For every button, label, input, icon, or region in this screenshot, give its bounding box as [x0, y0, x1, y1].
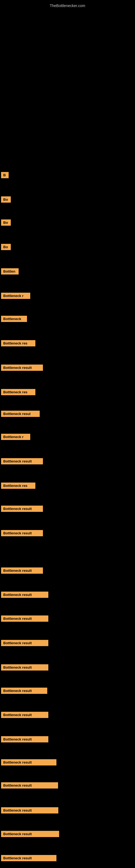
- bottleneck-row-16: Bottleneck result: [0, 529, 43, 537]
- bottleneck-row-29: Bottleneck result: [0, 854, 56, 862]
- bottleneck-label-24: Bottleneck result: [1, 736, 48, 742]
- bottleneck-row-8: Bottleneck res: [0, 339, 35, 347]
- bottleneck-label-1: B: [1, 172, 9, 178]
- bottleneck-label-17: Bottleneck result: [1, 567, 43, 574]
- bottleneck-row-2: Bo: [0, 195, 11, 204]
- bottleneck-row-28: Bottleneck result: [0, 830, 59, 838]
- bottleneck-label-18: Bottleneck result: [1, 592, 48, 598]
- bottleneck-row-1: B: [0, 171, 9, 179]
- bottleneck-row-26: Bottleneck result: [0, 781, 58, 789]
- bottleneck-label-22: Bottleneck result: [1, 688, 47, 694]
- bottleneck-label-5: Bottlen: [1, 268, 18, 275]
- bottleneck-row-5: Bottlen: [0, 267, 18, 276]
- bottleneck-label-26: Bottleneck result: [1, 782, 58, 788]
- bottleneck-row-25: Bottleneck result: [0, 758, 56, 767]
- bottleneck-label-28: Bottleneck result: [1, 831, 59, 837]
- bottleneck-row-24: Bottleneck result: [0, 735, 48, 744]
- bottleneck-label-15: Bottleneck result: [1, 506, 43, 512]
- bottleneck-row-18: Bottleneck result: [0, 590, 48, 599]
- bottleneck-label-3: Bo: [1, 219, 11, 226]
- bottleneck-label-2: Bo: [1, 196, 11, 203]
- bottleneck-row-4: Bo: [0, 243, 11, 251]
- bottleneck-label-21: Bottleneck result: [1, 664, 48, 671]
- bottleneck-label-10: Bottleneck res: [1, 389, 35, 395]
- bottleneck-row-3: Bo: [0, 218, 11, 227]
- bottleneck-row-22: Bottleneck result: [0, 686, 47, 695]
- bottleneck-label-19: Bottleneck result: [1, 616, 48, 622]
- bottleneck-row-6: Bottleneck r: [0, 291, 30, 300]
- bottleneck-label-29: Bottleneck result: [1, 855, 56, 861]
- bottleneck-label-23: Bottleneck result: [1, 712, 48, 718]
- bottleneck-row-21: Bottleneck result: [0, 663, 48, 672]
- bottleneck-row-23: Bottleneck result: [0, 711, 48, 719]
- bottleneck-label-27: Bottleneck result: [1, 807, 58, 813]
- bottleneck-row-27: Bottleneck result: [0, 806, 58, 814]
- site-title: TheBottlenecker.com: [0, 1, 135, 10]
- bottleneck-label-20: Bottleneck result: [1, 640, 48, 646]
- bottleneck-row-12: Bottleneck r: [0, 433, 30, 441]
- bottleneck-row-19: Bottleneck result: [0, 614, 48, 623]
- bottleneck-label-6: Bottleneck r: [1, 293, 30, 299]
- bottleneck-row-13: Bottleneck result: [0, 457, 43, 465]
- bottleneck-label-7: Bottleneck: [1, 316, 27, 322]
- bottleneck-label-8: Bottleneck res: [1, 340, 35, 346]
- bottleneck-row-20: Bottleneck result: [0, 639, 48, 647]
- bottleneck-row-10: Bottleneck res: [0, 388, 35, 396]
- bottleneck-label-11: Bottleneck resul: [1, 411, 40, 417]
- bottleneck-label-4: Bo: [1, 244, 11, 250]
- bottleneck-label-14: Bottleneck res: [1, 483, 35, 489]
- bottleneck-row-11: Bottleneck resul: [0, 410, 40, 418]
- bottleneck-row-15: Bottleneck result: [0, 504, 43, 513]
- bottleneck-label-25: Bottleneck result: [1, 759, 56, 766]
- bottleneck-row-17: Bottleneck result: [0, 566, 43, 575]
- bottleneck-label-9: Bottleneck result: [1, 365, 43, 371]
- bottleneck-row-9: Bottleneck result: [0, 364, 43, 372]
- bottleneck-row-14: Bottleneck res: [0, 482, 35, 490]
- bottleneck-label-16: Bottleneck result: [1, 530, 43, 536]
- bottleneck-label-12: Bottleneck r: [1, 434, 30, 440]
- bottleneck-row-7: Bottleneck: [0, 315, 27, 323]
- bottleneck-label-13: Bottleneck result: [1, 458, 43, 464]
